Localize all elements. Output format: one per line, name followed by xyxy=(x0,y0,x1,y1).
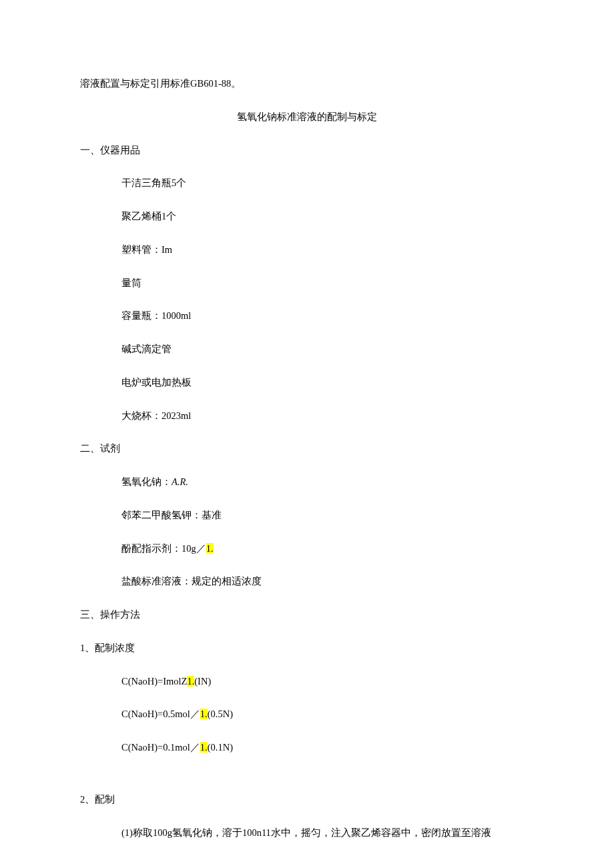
reagent-label: 氢氧化钠： xyxy=(121,476,172,487)
formula-line: C(NaoH)=ImolZ1.(IN) xyxy=(80,675,534,689)
highlight-text: 1. xyxy=(206,543,214,554)
document-page: 溶液配置与标定引用标准GB601-88。 氢氧化钠标准溶液的配制与标定 一、仪器… xyxy=(0,0,614,868)
equipment-item: 碱式滴定管 xyxy=(80,342,534,357)
formula-text: (IN) xyxy=(194,676,211,687)
highlight-text: 1. xyxy=(200,742,208,753)
highlight-text: 1. xyxy=(200,709,208,719)
section-3-heading: 三、操作方法 xyxy=(80,608,534,622)
formula-text: C(NaoH)=0.5mol／ xyxy=(121,709,200,719)
equipment-item: 量筒 xyxy=(80,276,534,291)
formula-text: (0.1N) xyxy=(208,742,233,753)
equipment-item: 电炉或电加热板 xyxy=(80,376,534,390)
formula-text: C(NaoH)=0.1mol／ xyxy=(121,742,200,753)
subsection-1-heading: 1、配制浓度 xyxy=(80,641,534,656)
highlight-text: 1. xyxy=(187,676,194,687)
reagent-grade: A.R. xyxy=(172,476,188,487)
equipment-item: 干洁三角瓶5个 xyxy=(80,176,534,191)
section-1-heading: 一、仪器用品 xyxy=(80,143,534,158)
equipment-item: 容量瓶：1000ml xyxy=(80,309,534,324)
reagent-item: 氢氧化钠：A.R. xyxy=(80,475,534,490)
reagent-item: 盐酸标准溶液：规定的相适浓度 xyxy=(80,574,534,589)
intro-line: 溶液配置与标定引用标准GB601-88。 xyxy=(80,77,534,91)
formula-text: C(NaoH)=ImolZ xyxy=(121,676,187,687)
formula-line: C(NaoH)=0.5mol／1.(0.5N) xyxy=(80,707,534,722)
reagent-item: 酚配指示剂：10g／1. xyxy=(80,542,534,556)
equipment-item: 聚乙烯桶1个 xyxy=(80,209,534,224)
subsection-2-heading: 2、配制 xyxy=(80,793,534,807)
equipment-item: 塑料管：Im xyxy=(80,243,534,258)
formula-text: (0.5N) xyxy=(208,709,233,719)
section-2-heading: 二、试剂 xyxy=(80,442,534,456)
equipment-item: 大烧杯：2023ml xyxy=(80,409,534,424)
document-title: 氢氧化钠标准溶液的配制与标定 xyxy=(80,110,534,125)
reagent-label: 酚配指示剂：10g／ xyxy=(121,543,206,554)
reagent-item: 邻苯二甲酸氢钾：基准 xyxy=(80,508,534,523)
paragraph-text: (1)称取100g氢氧化钠，溶于100n11水中，摇匀，注入聚乙烯容器中，密闭放… xyxy=(80,826,534,841)
formula-line: C(NaoH)=0.1mol／1.(0.1N) xyxy=(80,741,534,755)
